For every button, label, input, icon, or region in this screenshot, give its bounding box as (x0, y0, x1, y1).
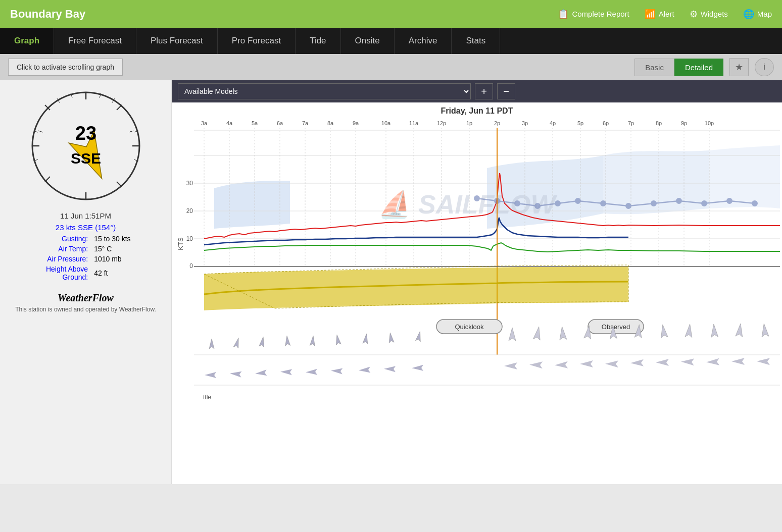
info-btn[interactable]: i (755, 58, 774, 76)
toolbar-row: Click to activate scrolling graph Basic … (0, 54, 782, 80)
wind-details-table: Gusting: 15 to 30 kts Air Temp: 15° C Ai… (10, 234, 161, 282)
height-value: 42 ft (92, 264, 161, 282)
svg-text:8p: 8p (656, 120, 662, 126)
nav-item-plus-forecast[interactable]: Plus Forecast (136, 28, 218, 54)
models-dropdown[interactable]: Available Models (178, 83, 471, 99)
models-row: Available Models + − (172, 80, 782, 102)
svg-text:2p: 2p (494, 120, 500, 126)
map-label: Map (757, 10, 772, 18)
top-header: Boundary Bay 📋 Complete Report 📶 Alert ⚙… (0, 0, 782, 28)
svg-point-80 (601, 201, 606, 206)
svg-text:4a: 4a (226, 120, 233, 126)
svg-text:9a: 9a (353, 120, 359, 126)
nav-item-tide[interactable]: Tide (296, 28, 340, 54)
svg-text:23: 23 (75, 123, 96, 144)
report-label: Complete Report (572, 10, 629, 18)
gusting-label: Gusting: (10, 234, 92, 244)
airtemp-row: Air Temp: 15° C (10, 244, 161, 254)
nav-bar: Graph Free Forecast Plus Forecast Pro Fo… (0, 28, 782, 54)
wind-compass: // We'll use a different approach - draw… (30, 90, 141, 201)
svg-text:7p: 7p (628, 120, 634, 126)
zoom-in-btn[interactable]: + (475, 83, 493, 99)
svg-text:4p: 4p (550, 120, 556, 126)
main-content: // We'll use a different approach - draw… (0, 80, 782, 484)
basic-view-btn[interactable]: Basic (634, 59, 674, 76)
airtemp-value: 15° C (92, 244, 161, 254)
svg-text:6a: 6a (277, 120, 283, 126)
left-panel: // We'll use a different approach - draw… (0, 80, 172, 484)
quicklook-label: Quicklook (455, 323, 484, 331)
activate-scroll-btn[interactable]: Click to activate scrolling graph (8, 59, 123, 76)
zoom-out-btn[interactable]: − (497, 83, 515, 99)
svg-text:12p: 12p (437, 120, 446, 126)
airpressure-value: 1010 mb (92, 254, 161, 264)
map-icon: 🌐 (743, 9, 754, 20)
map-btn[interactable]: 🌐 Map (743, 9, 772, 20)
graph-area: Available Models + − Friday, Jun 11 PDT … (172, 80, 782, 484)
svg-point-84 (702, 201, 707, 206)
nav-item-free-forecast[interactable]: Free Forecast (54, 28, 136, 54)
svg-text:20: 20 (186, 207, 193, 215)
y-axis-label: KTS (177, 237, 184, 250)
timestamp: 11 Jun 1:51PM (10, 211, 161, 220)
nav-item-pro-forecast[interactable]: Pro Forecast (218, 28, 296, 54)
observed-label: Observed (602, 323, 630, 331)
svg-text:10p: 10p (705, 120, 714, 126)
nav-item-stats[interactable]: Stats (452, 28, 500, 54)
svg-point-81 (626, 203, 631, 208)
detailed-view-btn[interactable]: Detailed (674, 59, 723, 76)
weatherflow-logo: WeatherFlow This station is owned and op… (15, 292, 156, 313)
favorite-btn[interactable]: ★ (729, 58, 749, 76)
svg-text:11a: 11a (409, 120, 419, 126)
station-label-partial: ttle (203, 394, 211, 401)
site-title: Boundary Bay (10, 8, 85, 21)
report-icon: 📋 (558, 9, 569, 20)
svg-point-82 (651, 201, 656, 206)
star-icon: ★ (735, 62, 743, 73)
station-info: 11 Jun 1:51PM 23 kts SSE (154°) Gusting:… (10, 211, 161, 282)
alert-label: Alert (659, 10, 674, 18)
svg-point-74 (474, 196, 479, 201)
svg-text:3a: 3a (201, 120, 208, 126)
widgets-icon: ⚙ (690, 9, 698, 20)
airpressure-row: Air Pressure: 1010 mb (10, 254, 161, 264)
widgets-label: Widgets (701, 10, 728, 18)
graph-svg: Friday, Jun 11 PDT 3a 4a 5a 6a 7a 8a 9a … (172, 102, 782, 446)
airtemp-label: Air Temp: (10, 244, 92, 254)
svg-point-79 (575, 198, 580, 203)
nav-item-graph[interactable]: Graph (0, 28, 54, 54)
svg-point-83 (676, 198, 681, 203)
svg-text:8a: 8a (327, 120, 334, 126)
svg-text:7a: 7a (302, 120, 309, 126)
svg-text:10a: 10a (381, 120, 391, 126)
airpressure-label: Air Pressure: (10, 254, 92, 264)
svg-text:10: 10 (186, 235, 193, 242)
weatherflow-sub-text: This station is owned and operated by We… (15, 306, 156, 313)
info-icon: i (763, 63, 765, 72)
svg-text:5p: 5p (577, 120, 583, 126)
svg-point-76 (515, 201, 520, 206)
svg-text:0: 0 (189, 262, 193, 270)
svg-point-86 (752, 201, 757, 206)
svg-point-85 (727, 198, 732, 203)
alert-icon: 📶 (645, 9, 656, 20)
svg-text:1p: 1p (466, 120, 472, 126)
gusting-value: 15 to 30 kts (92, 234, 161, 244)
svg-text:6p: 6p (603, 120, 609, 126)
height-label: Height AboveGround: (10, 264, 92, 282)
wind-main: 23 kts SSE (154°) (10, 223, 161, 232)
alert-btn[interactable]: 📶 Alert (645, 9, 674, 20)
svg-text:SSE: SSE (70, 150, 101, 167)
widgets-btn[interactable]: ⚙ Widgets (690, 9, 728, 20)
svg-text:5a: 5a (252, 120, 258, 126)
complete-report-btn[interactable]: 📋 Complete Report (558, 9, 629, 20)
svg-point-77 (535, 203, 540, 208)
graph-svg-container[interactable]: Friday, Jun 11 PDT 3a 4a 5a 6a 7a 8a 9a … (172, 102, 782, 446)
svg-text:30: 30 (186, 180, 193, 187)
graph-title: Friday, Jun 11 PDT (441, 107, 513, 115)
view-toggle: Basic Detailed (634, 59, 723, 76)
nav-item-onsite[interactable]: Onsite (341, 28, 395, 54)
nav-item-archive[interactable]: Archive (395, 28, 452, 54)
weatherflow-logo-text: WeatherFlow (15, 292, 156, 304)
height-row: Height AboveGround: 42 ft (10, 264, 161, 282)
